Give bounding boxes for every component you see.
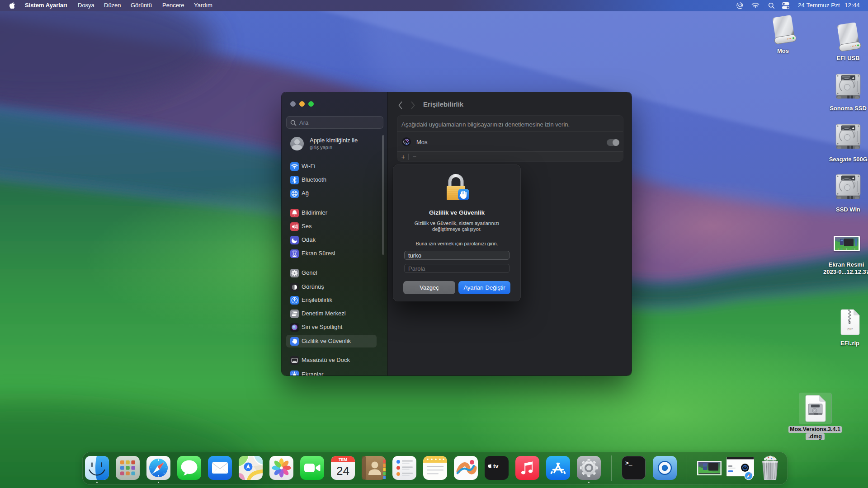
svg-text:24: 24 <box>336 464 349 478</box>
svg-text:TEM: TEM <box>339 457 347 462</box>
svg-text:>_: >_ <box>625 460 632 467</box>
svg-text:ZIP: ZIP <box>847 327 853 331</box>
svg-text:tv: tv <box>493 463 499 469</box>
